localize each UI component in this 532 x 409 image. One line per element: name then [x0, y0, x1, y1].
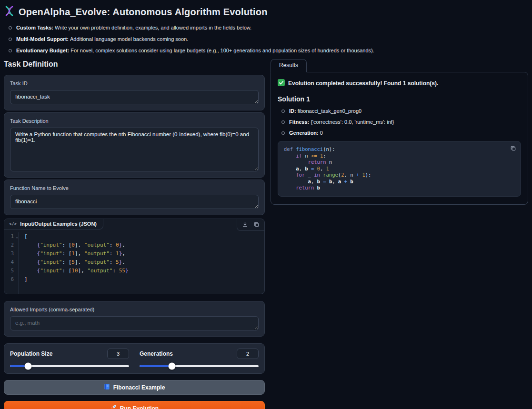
examples-editor-body[interactable]: 1⌄23456 [ {"input": [0], "output": 0}, {…	[4, 231, 264, 294]
intro-bullet-custom-tasks: Custom Tasks:Write your own problem defi…	[9, 25, 528, 30]
function-name-panel: Function Name to Evolve fibonacci	[4, 180, 265, 215]
solution-fitness: Fitness:{'correctness': 0.0, 'runtime_ms…	[281, 119, 521, 125]
solution-details: ID:fibonacci_task_gen0_prog0 Fitness:{'c…	[278, 108, 521, 136]
examples-editor-tab: </> Input/Output Examples (JSON)	[4, 219, 103, 229]
solution-id: ID:fibonacci_task_gen0_prog0	[281, 108, 521, 114]
allowed-imports-panel: Allowed Imports (comma-separated)	[4, 301, 265, 337]
copy-icon[interactable]	[253, 221, 260, 228]
code-icon: </>	[9, 221, 17, 226]
results-column: Results Evolution completed successfully…	[271, 59, 528, 205]
examples-json-code[interactable]: [ {"input": [0], "output": 0}, {"input":…	[19, 232, 129, 294]
task-description-label: Task Description	[10, 118, 259, 124]
intro-bullets: Custom Tasks:Write your own problem defi…	[4, 25, 528, 53]
population-size-input[interactable]	[107, 349, 129, 359]
rocket-icon	[110, 404, 117, 409]
task-description-panel: Task Description Write a Python function…	[4, 112, 265, 178]
population-size-group: Population Size	[10, 349, 129, 367]
task-description-input[interactable]: Write a Python function that computes th…	[10, 128, 259, 171]
solution-generation: Generation:0	[281, 130, 521, 136]
generations-group: Generations	[140, 349, 259, 367]
run-evolution-button[interactable]: Run Evolution	[4, 401, 265, 409]
function-name-input[interactable]: fibonacci	[10, 195, 259, 209]
examples-editor-actions	[237, 219, 264, 231]
intro-bullet-multi-model: Multi-Model Support:Additional language …	[9, 36, 528, 42]
population-size-label: Population Size	[10, 350, 52, 357]
results-panel: Evolution completed successfully! Found …	[271, 72, 528, 205]
fold-chevron-icon[interactable]: ⌄	[16, 233, 18, 241]
copy-icon[interactable]	[510, 145, 516, 151]
task-id-input[interactable]: fibonacci_task	[10, 90, 259, 104]
status-line: Evolution completed successfully! Found …	[278, 79, 521, 88]
app-root: OpenAlpha_Evolve: Autonomous Algorithm E…	[0, 0, 532, 409]
examples-editor-header: </> Input/Output Examples (JSON)	[4, 219, 264, 231]
function-name-label: Function Name to Evolve	[10, 185, 259, 191]
solution-code-block: def fibonacci(n): if n <= 1: return n a,…	[278, 141, 521, 197]
blue-book-icon	[104, 383, 110, 391]
examples-code-editor: </> Input/Output Examples (JSON) 1⌄23456	[4, 219, 265, 294]
task-id-panel: Task ID fibonacci_task	[4, 75, 265, 110]
allowed-imports-input[interactable]	[10, 316, 259, 330]
examples-editor-label: Input/Output Examples (JSON)	[20, 221, 97, 227]
generations-input[interactable]	[237, 349, 259, 359]
generations-slider[interactable]	[140, 365, 259, 367]
line-number-gutter: 1⌄23456	[4, 232, 19, 294]
task-id-label: Task ID	[10, 80, 259, 86]
dna-icon	[4, 6, 14, 18]
intro-bullet-evolutionary-budget: Evolutionary Budget:For novel, complex s…	[9, 48, 528, 53]
tab-results[interactable]: Results	[271, 59, 307, 72]
fibonacci-example-button[interactable]: Fibonacci Example	[4, 380, 265, 395]
download-icon[interactable]	[242, 221, 248, 228]
task-definition-column: Task Definition Task ID fibonacci_task T…	[4, 59, 265, 409]
status-text: Evolution completed successfully! Found …	[288, 80, 438, 87]
solution-python-code[interactable]: def fibonacci(n): if n <= 1: return n a,…	[284, 146, 515, 191]
app-header: OpenAlpha_Evolve: Autonomous Algorithm E…	[4, 6, 528, 18]
budget-panel: Population Size Generations	[4, 343, 265, 374]
task-definition-heading: Task Definition	[4, 60, 265, 69]
population-size-slider-thumb[interactable]	[24, 363, 31, 370]
fibonacci-example-button-label: Fibonacci Example	[113, 384, 165, 391]
allowed-imports-label: Allowed Imports (comma-separated)	[10, 307, 259, 312]
population-size-slider[interactable]	[10, 365, 129, 367]
run-evolution-button-label: Run Evolution	[120, 405, 159, 409]
solution-heading: Solution 1	[278, 95, 521, 103]
page-title: OpenAlpha_Evolve: Autonomous Algorithm E…	[19, 7, 268, 18]
generations-slider-thumb[interactable]	[168, 363, 175, 370]
generations-label: Generations	[140, 350, 173, 357]
check-icon	[278, 79, 285, 88]
